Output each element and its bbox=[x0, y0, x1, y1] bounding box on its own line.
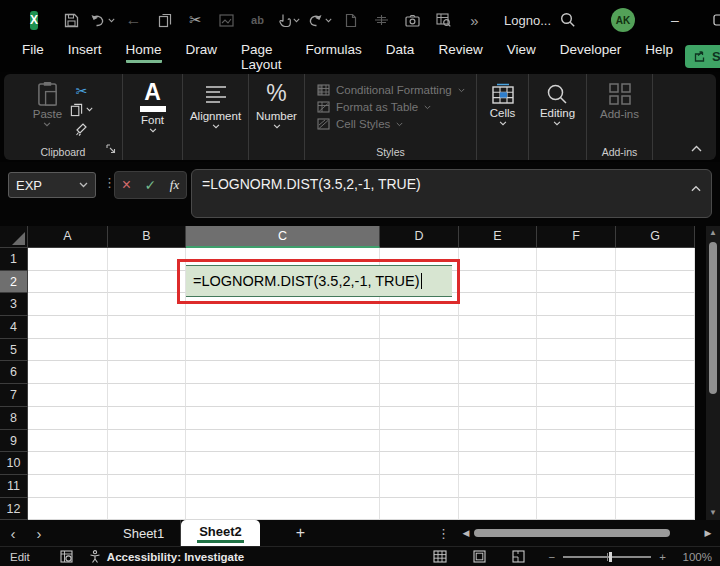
cell-G12[interactable] bbox=[616, 498, 695, 521]
cell-G7[interactable] bbox=[616, 384, 695, 407]
cell-G8[interactable] bbox=[616, 407, 695, 430]
cell-F8[interactable] bbox=[537, 407, 616, 430]
scroll-right-icon[interactable]: ▶ bbox=[700, 528, 716, 538]
sheet-tab-sheet2[interactable]: Sheet2 bbox=[181, 520, 260, 546]
name-box[interactable]: EXP bbox=[8, 172, 96, 198]
zoom-out-icon[interactable]: − bbox=[549, 551, 556, 563]
column-header-E[interactable]: E bbox=[459, 226, 537, 248]
cell-A12[interactable] bbox=[28, 498, 108, 521]
cell-A9[interactable] bbox=[28, 430, 108, 453]
page-layout-view-icon[interactable] bbox=[473, 550, 486, 563]
cell-D4[interactable] bbox=[380, 316, 459, 339]
enter-formula-icon[interactable]: ✓ bbox=[145, 177, 157, 193]
tab-insert[interactable]: Insert bbox=[56, 36, 114, 76]
insert-function-icon[interactable]: fx bbox=[170, 177, 179, 193]
cell-C7[interactable] bbox=[186, 384, 380, 407]
page-break-view-icon[interactable] bbox=[512, 550, 525, 563]
sheet-tab-sheet1[interactable]: Sheet1 bbox=[107, 520, 181, 546]
active-cell-editor[interactable]: =LOGNORM.DIST(3.5,2,-1, TRUE) bbox=[186, 265, 452, 297]
cell-A8[interactable] bbox=[28, 407, 108, 430]
cell-G11[interactable] bbox=[616, 475, 695, 498]
cell-G9[interactable] bbox=[616, 430, 695, 453]
cell-G2[interactable] bbox=[616, 271, 695, 294]
row-header-9[interactable]: 9 bbox=[0, 430, 28, 453]
cell-A4[interactable] bbox=[28, 316, 108, 339]
editing-button[interactable]: Editing bbox=[540, 81, 575, 126]
zoom-in-icon[interactable]: + bbox=[659, 551, 666, 563]
cells-button[interactable]: Cells bbox=[490, 81, 516, 126]
formula-input[interactable]: =LOGNORM.DIST(3.5,2,-1, TRUE) bbox=[191, 169, 712, 218]
alignment-button[interactable]: Alignment bbox=[190, 81, 241, 129]
cell-C9[interactable] bbox=[186, 430, 380, 453]
cell-C12[interactable] bbox=[186, 498, 380, 521]
tab-home[interactable]: Home bbox=[114, 36, 174, 76]
new-sheet-button[interactable]: + bbox=[296, 524, 305, 542]
row-header-1[interactable]: 1 bbox=[0, 248, 28, 271]
number-button[interactable]: % Number bbox=[256, 81, 297, 129]
collapse-formula-bar-icon[interactable] bbox=[691, 179, 701, 195]
cell-B12[interactable] bbox=[108, 498, 186, 521]
save-icon[interactable] bbox=[56, 7, 87, 33]
cell-F11[interactable] bbox=[537, 475, 616, 498]
cell-G5[interactable] bbox=[616, 339, 695, 362]
cell-E10[interactable] bbox=[459, 452, 537, 475]
row-header-5[interactable]: 5 bbox=[0, 339, 28, 362]
cell-G1[interactable] bbox=[616, 248, 695, 271]
cell-G3[interactable] bbox=[616, 293, 695, 316]
cell-C5[interactable] bbox=[186, 339, 380, 362]
cell-B1[interactable] bbox=[108, 248, 186, 271]
column-header-G[interactable]: G bbox=[616, 226, 695, 248]
row-header-10[interactable]: 10 bbox=[0, 452, 28, 475]
row-header-12[interactable]: 12 bbox=[0, 498, 28, 521]
redo-icon[interactable] bbox=[304, 7, 335, 33]
tabbar-more-icon[interactable]: ⋮ bbox=[429, 526, 458, 541]
cell-F2[interactable] bbox=[537, 271, 616, 294]
tab-view[interactable]: View bbox=[495, 36, 548, 76]
cell-D11[interactable] bbox=[380, 475, 459, 498]
column-header-C[interactable]: C bbox=[186, 226, 380, 248]
cell-D12[interactable] bbox=[380, 498, 459, 521]
cell-F1[interactable] bbox=[537, 248, 616, 271]
cell-F4[interactable] bbox=[537, 316, 616, 339]
more-commands-icon[interactable]: » bbox=[459, 7, 490, 33]
cell-D6[interactable] bbox=[380, 361, 459, 384]
horizontal-scroll-track[interactable] bbox=[474, 528, 700, 538]
copy-icon[interactable] bbox=[149, 7, 180, 33]
collapse-ribbon-icon[interactable] bbox=[691, 138, 702, 156]
vertical-scrollbar[interactable]: ▲ ▼ bbox=[706, 226, 720, 520]
cell-E4[interactable] bbox=[459, 316, 537, 339]
cell-G6[interactable] bbox=[616, 361, 695, 384]
cell-B9[interactable] bbox=[108, 430, 186, 453]
cell-F9[interactable] bbox=[537, 430, 616, 453]
row-header-2[interactable]: 2 bbox=[0, 271, 28, 294]
vertical-scroll-thumb[interactable] bbox=[709, 242, 717, 394]
font-button[interactable]: A Font bbox=[140, 81, 166, 133]
row-header-6[interactable]: 6 bbox=[0, 361, 28, 384]
cell-F7[interactable] bbox=[537, 384, 616, 407]
row-header-8[interactable]: 8 bbox=[0, 407, 28, 430]
column-header-A[interactable]: A bbox=[28, 226, 108, 248]
cell-E1[interactable] bbox=[459, 248, 537, 271]
cell-D5[interactable] bbox=[380, 339, 459, 362]
cancel-formula-icon[interactable]: × bbox=[122, 177, 131, 193]
row-header-4[interactable]: 4 bbox=[0, 316, 28, 339]
scroll-left-icon[interactable]: ◀ bbox=[458, 528, 474, 538]
tab-page-layout[interactable]: Page Layout bbox=[229, 36, 294, 76]
cell-B10[interactable] bbox=[108, 452, 186, 475]
zoom-slider-thumb[interactable] bbox=[609, 552, 612, 562]
cell-A2[interactable] bbox=[28, 271, 108, 294]
maximize-button[interactable] bbox=[697, 0, 720, 40]
scroll-up-icon[interactable]: ▲ bbox=[709, 226, 717, 240]
cell-C11[interactable] bbox=[186, 475, 380, 498]
scroll-down-icon[interactable]: ▼ bbox=[709, 506, 717, 520]
cell-E5[interactable] bbox=[459, 339, 537, 362]
cell-B4[interactable] bbox=[108, 316, 186, 339]
cell-A1[interactable] bbox=[28, 248, 108, 271]
cell-B2[interactable] bbox=[108, 271, 186, 294]
camera-icon[interactable] bbox=[397, 7, 428, 33]
tab-file[interactable]: File bbox=[10, 36, 56, 76]
row-header-7[interactable]: 7 bbox=[0, 384, 28, 407]
cell-E6[interactable] bbox=[459, 361, 537, 384]
prev-sheet-icon[interactable]: ‹ bbox=[0, 525, 26, 542]
cell-D7[interactable] bbox=[380, 384, 459, 407]
